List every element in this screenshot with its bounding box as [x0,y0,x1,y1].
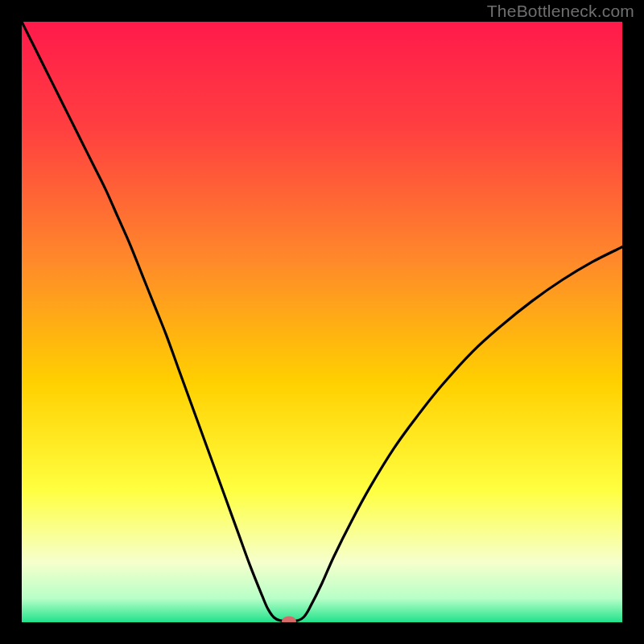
bottleneck-plot [22,22,622,622]
watermark-text: TheBottleneck.com [487,2,634,21]
plot-background [22,22,622,622]
chart-frame: TheBottleneck.com [0,0,644,644]
